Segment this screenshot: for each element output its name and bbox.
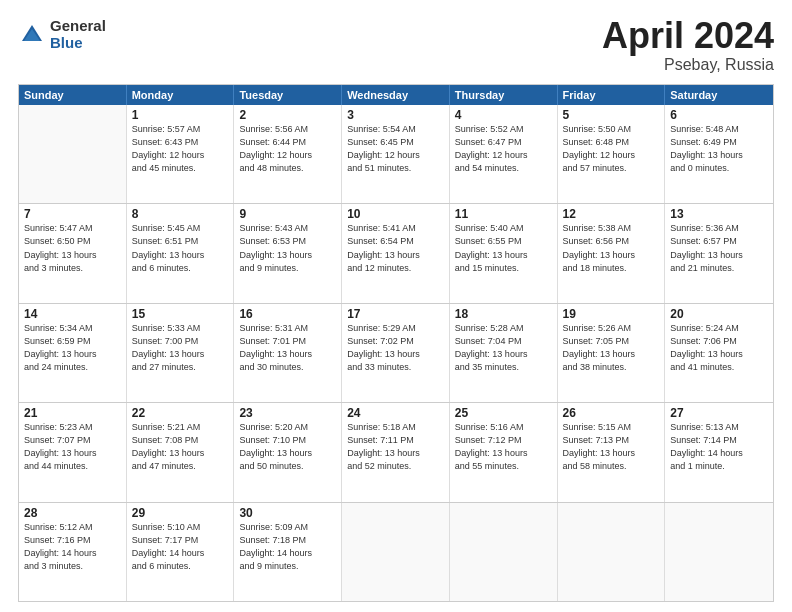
day-number: 19 <box>563 307 660 321</box>
day-info: Sunrise: 5:45 AMSunset: 6:51 PMDaylight:… <box>132 222 229 274</box>
logo: General Blue <box>18 18 106 51</box>
calendar-cell-29: 29Sunrise: 5:10 AMSunset: 7:17 PMDayligh… <box>127 503 235 601</box>
day-number: 11 <box>455 207 552 221</box>
day-info: Sunrise: 5:10 AMSunset: 7:17 PMDaylight:… <box>132 521 229 573</box>
day-info: Sunrise: 5:24 AMSunset: 7:06 PMDaylight:… <box>670 322 768 374</box>
day-info: Sunrise: 5:09 AMSunset: 7:18 PMDaylight:… <box>239 521 336 573</box>
calendar-cell-1: 1Sunrise: 5:57 AMSunset: 6:43 PMDaylight… <box>127 105 235 203</box>
header-day-wednesday: Wednesday <box>342 85 450 105</box>
calendar-cell-23: 23Sunrise: 5:20 AMSunset: 7:10 PMDayligh… <box>234 403 342 501</box>
calendar-week-3: 14Sunrise: 5:34 AMSunset: 6:59 PMDayligh… <box>19 304 773 403</box>
day-info: Sunrise: 5:33 AMSunset: 7:00 PMDaylight:… <box>132 322 229 374</box>
day-number: 20 <box>670 307 768 321</box>
calendar-cell-21: 21Sunrise: 5:23 AMSunset: 7:07 PMDayligh… <box>19 403 127 501</box>
day-number: 24 <box>347 406 444 420</box>
day-number: 5 <box>563 108 660 122</box>
calendar-body: 1Sunrise: 5:57 AMSunset: 6:43 PMDaylight… <box>19 105 773 601</box>
calendar-week-1: 1Sunrise: 5:57 AMSunset: 6:43 PMDaylight… <box>19 105 773 204</box>
calendar-cell-19: 19Sunrise: 5:26 AMSunset: 7:05 PMDayligh… <box>558 304 666 402</box>
day-number: 26 <box>563 406 660 420</box>
day-info: Sunrise: 5:20 AMSunset: 7:10 PMDaylight:… <box>239 421 336 473</box>
calendar-cell-14: 14Sunrise: 5:34 AMSunset: 6:59 PMDayligh… <box>19 304 127 402</box>
day-number: 15 <box>132 307 229 321</box>
day-number: 27 <box>670 406 768 420</box>
day-info: Sunrise: 5:52 AMSunset: 6:47 PMDaylight:… <box>455 123 552 175</box>
calendar-cell-26: 26Sunrise: 5:15 AMSunset: 7:13 PMDayligh… <box>558 403 666 501</box>
calendar-cell-16: 16Sunrise: 5:31 AMSunset: 7:01 PMDayligh… <box>234 304 342 402</box>
day-number: 23 <box>239 406 336 420</box>
calendar-cell-empty-6 <box>665 503 773 601</box>
calendar-cell-12: 12Sunrise: 5:38 AMSunset: 6:56 PMDayligh… <box>558 204 666 302</box>
calendar-cell-25: 25Sunrise: 5:16 AMSunset: 7:12 PMDayligh… <box>450 403 558 501</box>
day-number: 29 <box>132 506 229 520</box>
day-info: Sunrise: 5:36 AMSunset: 6:57 PMDaylight:… <box>670 222 768 274</box>
calendar-cell-3: 3Sunrise: 5:54 AMSunset: 6:45 PMDaylight… <box>342 105 450 203</box>
calendar-week-2: 7Sunrise: 5:47 AMSunset: 6:50 PMDaylight… <box>19 204 773 303</box>
day-number: 4 <box>455 108 552 122</box>
day-info: Sunrise: 5:28 AMSunset: 7:04 PMDaylight:… <box>455 322 552 374</box>
day-info: Sunrise: 5:12 AMSunset: 7:16 PMDaylight:… <box>24 521 121 573</box>
calendar-cell-7: 7Sunrise: 5:47 AMSunset: 6:50 PMDaylight… <box>19 204 127 302</box>
calendar-cell-empty-3 <box>342 503 450 601</box>
calendar-cell-24: 24Sunrise: 5:18 AMSunset: 7:11 PMDayligh… <box>342 403 450 501</box>
logo-general: General <box>50 18 106 35</box>
day-info: Sunrise: 5:34 AMSunset: 6:59 PMDaylight:… <box>24 322 121 374</box>
calendar-cell-17: 17Sunrise: 5:29 AMSunset: 7:02 PMDayligh… <box>342 304 450 402</box>
header: General Blue April 2024 Psebay, Russia <box>18 18 774 74</box>
day-number: 21 <box>24 406 121 420</box>
title-block: April 2024 Psebay, Russia <box>602 18 774 74</box>
day-info: Sunrise: 5:29 AMSunset: 7:02 PMDaylight:… <box>347 322 444 374</box>
day-info: Sunrise: 5:43 AMSunset: 6:53 PMDaylight:… <box>239 222 336 274</box>
calendar-cell-11: 11Sunrise: 5:40 AMSunset: 6:55 PMDayligh… <box>450 204 558 302</box>
calendar-cell-20: 20Sunrise: 5:24 AMSunset: 7:06 PMDayligh… <box>665 304 773 402</box>
calendar-cell-22: 22Sunrise: 5:21 AMSunset: 7:08 PMDayligh… <box>127 403 235 501</box>
day-number: 12 <box>563 207 660 221</box>
calendar-week-4: 21Sunrise: 5:23 AMSunset: 7:07 PMDayligh… <box>19 403 773 502</box>
page: General Blue April 2024 Psebay, Russia S… <box>0 0 792 612</box>
header-day-monday: Monday <box>127 85 235 105</box>
day-info: Sunrise: 5:56 AMSunset: 6:44 PMDaylight:… <box>239 123 336 175</box>
day-number: 28 <box>24 506 121 520</box>
logo-text: General Blue <box>50 18 106 51</box>
calendar-cell-empty-5 <box>558 503 666 601</box>
calendar-week-5: 28Sunrise: 5:12 AMSunset: 7:16 PMDayligh… <box>19 503 773 601</box>
day-info: Sunrise: 5:57 AMSunset: 6:43 PMDaylight:… <box>132 123 229 175</box>
day-number: 10 <box>347 207 444 221</box>
header-day-tuesday: Tuesday <box>234 85 342 105</box>
day-info: Sunrise: 5:47 AMSunset: 6:50 PMDaylight:… <box>24 222 121 274</box>
day-info: Sunrise: 5:50 AMSunset: 6:48 PMDaylight:… <box>563 123 660 175</box>
day-number: 6 <box>670 108 768 122</box>
day-info: Sunrise: 5:31 AMSunset: 7:01 PMDaylight:… <box>239 322 336 374</box>
calendar-header: SundayMondayTuesdayWednesdayThursdayFrid… <box>19 85 773 105</box>
day-info: Sunrise: 5:54 AMSunset: 6:45 PMDaylight:… <box>347 123 444 175</box>
day-number: 7 <box>24 207 121 221</box>
calendar-cell-30: 30Sunrise: 5:09 AMSunset: 7:18 PMDayligh… <box>234 503 342 601</box>
day-number: 16 <box>239 307 336 321</box>
day-number: 18 <box>455 307 552 321</box>
day-number: 13 <box>670 207 768 221</box>
day-info: Sunrise: 5:41 AMSunset: 6:54 PMDaylight:… <box>347 222 444 274</box>
calendar-cell-18: 18Sunrise: 5:28 AMSunset: 7:04 PMDayligh… <box>450 304 558 402</box>
day-info: Sunrise: 5:48 AMSunset: 6:49 PMDaylight:… <box>670 123 768 175</box>
day-number: 2 <box>239 108 336 122</box>
day-info: Sunrise: 5:16 AMSunset: 7:12 PMDaylight:… <box>455 421 552 473</box>
calendar-cell-9: 9Sunrise: 5:43 AMSunset: 6:53 PMDaylight… <box>234 204 342 302</box>
day-info: Sunrise: 5:23 AMSunset: 7:07 PMDaylight:… <box>24 421 121 473</box>
title-location: Psebay, Russia <box>602 56 774 74</box>
day-number: 9 <box>239 207 336 221</box>
calendar: SundayMondayTuesdayWednesdayThursdayFrid… <box>18 84 774 602</box>
calendar-cell-15: 15Sunrise: 5:33 AMSunset: 7:00 PMDayligh… <box>127 304 235 402</box>
calendar-cell-5: 5Sunrise: 5:50 AMSunset: 6:48 PMDaylight… <box>558 105 666 203</box>
header-day-sunday: Sunday <box>19 85 127 105</box>
calendar-cell-28: 28Sunrise: 5:12 AMSunset: 7:16 PMDayligh… <box>19 503 127 601</box>
day-info: Sunrise: 5:21 AMSunset: 7:08 PMDaylight:… <box>132 421 229 473</box>
day-info: Sunrise: 5:13 AMSunset: 7:14 PMDaylight:… <box>670 421 768 473</box>
day-info: Sunrise: 5:26 AMSunset: 7:05 PMDaylight:… <box>563 322 660 374</box>
day-info: Sunrise: 5:15 AMSunset: 7:13 PMDaylight:… <box>563 421 660 473</box>
logo-blue: Blue <box>50 35 106 52</box>
header-day-friday: Friday <box>558 85 666 105</box>
day-number: 30 <box>239 506 336 520</box>
day-number: 17 <box>347 307 444 321</box>
day-info: Sunrise: 5:18 AMSunset: 7:11 PMDaylight:… <box>347 421 444 473</box>
calendar-cell-empty-0 <box>19 105 127 203</box>
